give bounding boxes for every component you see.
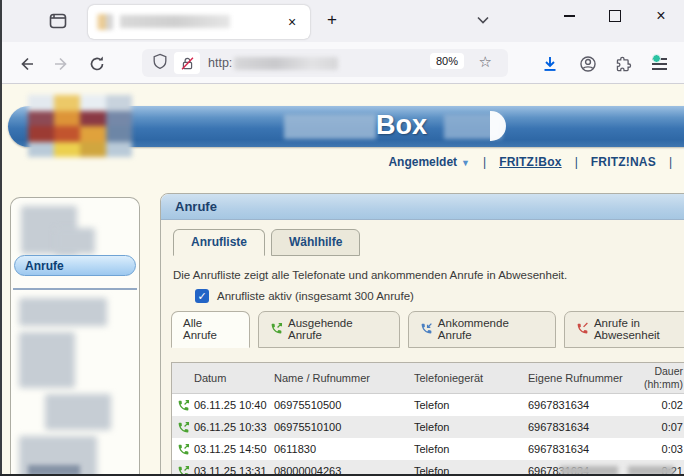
- table-row[interactable]: 06.11.25 10:40 06975510500 Telefon 69678…: [172, 394, 684, 416]
- outgoing-call-icon: [172, 443, 194, 456]
- sidebar-item-anrufe[interactable]: Anrufe: [14, 255, 136, 276]
- url-bar[interactable]: http: 80% ☆: [142, 49, 508, 77]
- tab-title-redacted: [120, 15, 230, 28]
- outgoing-call-icon: [172, 421, 194, 434]
- filter-tab-label: Ankommende Anrufe: [438, 317, 544, 341]
- page-title: Anrufe: [161, 194, 684, 220]
- fritzbox-banner: Box: [8, 106, 684, 147]
- filter-tab-alle-anrufe[interactable]: Alle Anrufe: [171, 311, 250, 348]
- brand-name-redacted: [284, 114, 376, 139]
- session-menu[interactable]: Angemeldet▼: [388, 155, 470, 169]
- extensions-puzzle-icon[interactable]: [611, 51, 637, 77]
- cell-name: 06975510500: [274, 399, 414, 411]
- nav-separator: |: [669, 155, 672, 169]
- column-header-dauer: Dauer(hh:mm): [638, 365, 684, 390]
- window-maximize-button[interactable]: [598, 0, 632, 32]
- session-caret-down-icon: ▼: [461, 158, 470, 168]
- fritzbox-page: Box Angemeldet▼ | FRITZ!Box | FRITZ!NAS …: [0, 85, 684, 476]
- table-row[interactable]: 03.11.25 14:50 0611830 Telefon 696783163…: [172, 438, 684, 460]
- main-panel: Anrufe Anrufliste Wählhilfe Die Anruflis…: [160, 193, 684, 476]
- nav-separator: |: [483, 155, 486, 169]
- column-header-telefoniegeraet: Telefoniegerät: [414, 372, 528, 384]
- url-redacted: [234, 57, 338, 70]
- table-header-row: Datum Name / Rufnummer Telefoniegerät Ei…: [172, 363, 684, 394]
- sidebar-items-redacted: [45, 394, 111, 430]
- cell-eigene: 6967831634: [528, 399, 638, 411]
- cell-name: 0611830: [274, 443, 414, 455]
- tracking-protection-shield-icon[interactable]: [152, 53, 168, 73]
- cell-geraet: Telefon: [414, 421, 528, 433]
- tab-anrufliste[interactable]: Anrufliste: [173, 229, 265, 256]
- table-row[interactable]: 06.11.25 10:33 06975510100 Telefon 69678…: [172, 416, 684, 438]
- call-table: Datum Name / Rufnummer Telefoniegerät Ei…: [171, 362, 684, 476]
- cell-dauer: 0:03: [638, 443, 684, 455]
- checkbox-label: Anrufliste aktiv (insgesamt 300 Anrufe): [217, 290, 414, 302]
- nav-separator: |: [575, 155, 578, 169]
- menu-notification-dot: [652, 54, 661, 63]
- cell-eigene: 6967831634: [528, 421, 638, 433]
- column-header-eigene-rufnummer: Eigene Rufnummer: [528, 372, 638, 384]
- anrufliste-aktiv-checkbox[interactable]: ✓: [195, 289, 209, 303]
- nav-link-fritzbox[interactable]: FRITZ!Box: [499, 155, 561, 169]
- tab-favicon-redacted: [97, 14, 113, 30]
- cell-datum: 03.11.25 14:50: [194, 443, 274, 455]
- sidebar-menu: Anrufe: [10, 197, 140, 476]
- cell-name: 06975510100: [274, 421, 414, 433]
- filter-tab-label: Ausgehende Anrufe: [288, 317, 388, 341]
- filter-tab-ausgehende[interactable]: Ausgehende Anrufe: [258, 311, 400, 348]
- forward-button[interactable]: [48, 51, 74, 77]
- cell-datum: 06.11.25 10:33: [194, 421, 274, 433]
- downloads-button[interactable]: [537, 51, 563, 77]
- incoming-call-icon: [420, 322, 433, 337]
- browser-tab[interactable]: ×: [88, 5, 310, 39]
- filter-tab-ankommende[interactable]: Ankommende Anrufe: [408, 311, 556, 348]
- cell-dauer: 0:02: [638, 399, 684, 411]
- browser-toolbar: http: 80% ☆: [0, 42, 684, 84]
- cell-geraet: Telefon: [414, 443, 528, 455]
- cell-dauer: 0:07: [638, 421, 684, 433]
- cell-eigene: 6967831634: [528, 443, 638, 455]
- insecure-connection-lock-icon[interactable]: [174, 52, 200, 74]
- account-button[interactable]: [575, 51, 601, 77]
- anrufliste-aktiv-row: ✓ Anrufliste aktiv (insgesamt 300 Anrufe…: [195, 289, 684, 303]
- bookmark-star-icon[interactable]: ☆: [479, 53, 492, 71]
- window-close-icon: ×: [656, 8, 665, 24]
- browser-titlebar: × + ×: [0, 0, 684, 42]
- sidebar-items-redacted: [19, 298, 107, 326]
- list-all-tabs-chevron-icon[interactable]: [475, 12, 495, 32]
- tab-close-icon[interactable]: ×: [282, 12, 302, 32]
- browser-window: × + × http: 80% ☆: [0, 0, 684, 476]
- url-scheme-text: http:: [208, 56, 232, 70]
- session-label: Angemeldet: [388, 155, 457, 169]
- reload-button[interactable]: [84, 51, 110, 77]
- main-tabs: Anrufliste Wählhilfe: [173, 229, 684, 256]
- filter-tab-label: Alle Anrufe: [183, 317, 238, 341]
- outgoing-call-icon: [172, 399, 194, 412]
- missed-call-icon: [576, 322, 589, 337]
- top-navigation: Angemeldet▼ | FRITZ!Box | FRITZ!NAS |: [388, 155, 672, 169]
- window-minimize-button[interactable]: [552, 0, 586, 32]
- new-tab-button[interactable]: +: [320, 8, 344, 32]
- filter-tab-label: Anrufe in Abwesenheit: [594, 317, 684, 341]
- filter-tab-abwesenheit[interactable]: Anrufe in Abwesenheit: [564, 311, 684, 348]
- banner-white-shape: [490, 111, 506, 141]
- nav-link-fritznas[interactable]: FRITZ!NAS: [591, 155, 656, 169]
- window-close-button[interactable]: ×: [644, 0, 678, 32]
- cell-geraet: Telefon: [414, 399, 528, 411]
- menu-hamburger-icon[interactable]: [646, 51, 672, 77]
- sidebar-items-redacted: [19, 332, 75, 388]
- window-edge-left: [0, 0, 2, 476]
- outgoing-call-icon: [270, 322, 283, 337]
- brand-visible-text: Box: [376, 110, 427, 141]
- brand-logo-redacted: [28, 95, 132, 157]
- sidebar-divider: [13, 288, 137, 290]
- intro-text: Die Anrufliste zeigt alle Telefonate und…: [173, 269, 684, 281]
- firefox-view-icon[interactable]: [48, 11, 68, 31]
- cell-datum: 06.11.25 10:40: [194, 399, 274, 411]
- checkmark-icon: ✓: [197, 290, 206, 302]
- tab-waehlhilfe[interactable]: Wählhilfe: [271, 229, 360, 256]
- sidebar-items-redacted: [55, 228, 95, 254]
- back-button[interactable]: [14, 51, 40, 77]
- column-header-name: Name / Rufnummer: [274, 372, 414, 384]
- zoom-level-badge[interactable]: 80%: [430, 53, 464, 69]
